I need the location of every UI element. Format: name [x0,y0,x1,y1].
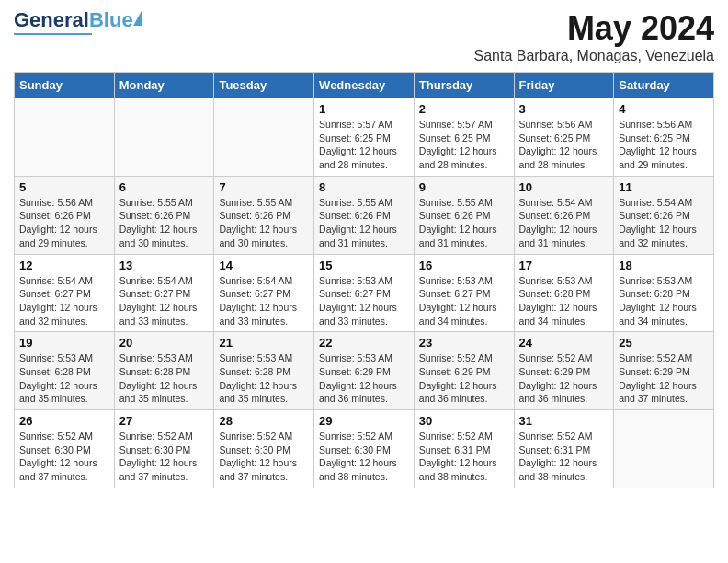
calendar-cell: 19Sunrise: 5:53 AM Sunset: 6:28 PM Dayli… [15,332,115,410]
day-info: Sunrise: 5:52 AM Sunset: 6:30 PM Dayligh… [19,430,109,484]
day-number: 3 [519,102,609,116]
day-number: 29 [319,414,409,428]
day-number: 5 [19,180,109,194]
logo-blue: Blue [89,8,133,31]
day-number: 12 [19,259,109,272]
day-number: 11 [619,180,709,194]
calendar-cell [214,98,314,177]
day-info: Sunrise: 5:54 AM Sunset: 6:27 PM Dayligh… [219,274,309,328]
day-info: Sunrise: 5:56 AM Sunset: 6:25 PM Dayligh… [619,118,709,172]
calendar-cell: 18Sunrise: 5:53 AM Sunset: 6:28 PM Dayli… [614,254,714,332]
calendar-cell: 8Sunrise: 5:55 AM Sunset: 6:26 PM Daylig… [314,176,415,254]
logo-text: GeneralBlue [14,9,133,31]
day-info: Sunrise: 5:54 AM Sunset: 6:26 PM Dayligh… [519,196,609,250]
logo: GeneralBlue [14,9,133,35]
calendar-header-row: SundayMondayTuesdayWednesdayThursdayFrid… [15,73,714,98]
day-header-tuesday: Tuesday [214,73,314,98]
calendar-cell: 11Sunrise: 5:54 AM Sunset: 6:26 PM Dayli… [614,176,714,254]
calendar-cell: 22Sunrise: 5:53 AM Sunset: 6:29 PM Dayli… [314,332,415,410]
day-number: 27 [119,414,210,428]
main-title: May 2024 [473,9,714,48]
day-info: Sunrise: 5:55 AM Sunset: 6:26 PM Dayligh… [419,196,509,250]
day-info: Sunrise: 5:53 AM Sunset: 6:29 PM Dayligh… [319,351,409,406]
day-number: 26 [19,414,109,428]
day-info: Sunrise: 5:57 AM Sunset: 6:25 PM Dayligh… [419,118,509,172]
calendar-cell: 4Sunrise: 5:56 AM Sunset: 6:25 PM Daylig… [614,98,714,177]
day-number: 24 [519,336,609,350]
day-number: 20 [119,336,210,350]
calendar-body: 1Sunrise: 5:57 AM Sunset: 6:25 PM Daylig… [15,98,714,488]
calendar-cell: 10Sunrise: 5:54 AM Sunset: 6:26 PM Dayli… [514,176,614,254]
calendar-cell: 12Sunrise: 5:54 AM Sunset: 6:27 PM Dayli… [15,254,115,332]
calendar-cell: 24Sunrise: 5:52 AM Sunset: 6:29 PM Dayli… [514,332,614,410]
day-info: Sunrise: 5:53 AM Sunset: 6:28 PM Dayligh… [19,351,109,406]
day-info: Sunrise: 5:53 AM Sunset: 6:27 PM Dayligh… [419,274,509,328]
day-info: Sunrise: 5:53 AM Sunset: 6:28 PM Dayligh… [219,351,309,406]
day-info: Sunrise: 5:52 AM Sunset: 6:29 PM Dayligh… [619,351,709,406]
logo-underline [14,33,92,35]
day-info: Sunrise: 5:55 AM Sunset: 6:26 PM Dayligh… [219,196,309,250]
calendar-cell: 29Sunrise: 5:52 AM Sunset: 6:30 PM Dayli… [314,410,415,488]
day-number: 16 [419,259,509,272]
calendar-cell: 20Sunrise: 5:53 AM Sunset: 6:28 PM Dayli… [114,332,214,410]
day-number: 10 [519,180,609,194]
day-number: 23 [419,336,509,350]
calendar-cell: 28Sunrise: 5:52 AM Sunset: 6:30 PM Dayli… [214,410,314,488]
calendar-cell: 1Sunrise: 5:57 AM Sunset: 6:25 PM Daylig… [314,98,415,177]
logo-icon [133,9,142,26]
day-info: Sunrise: 5:53 AM Sunset: 6:28 PM Dayligh… [519,274,609,328]
day-info: Sunrise: 5:57 AM Sunset: 6:25 PM Dayligh… [319,118,409,172]
day-number: 18 [619,259,709,272]
title-block: May 2024 Santa Barbara, Monagas, Venezue… [473,9,714,64]
day-number: 19 [19,336,109,350]
day-number: 13 [119,259,210,272]
day-info: Sunrise: 5:52 AM Sunset: 6:30 PM Dayligh… [319,430,409,484]
day-number: 21 [219,336,309,350]
calendar-cell: 21Sunrise: 5:53 AM Sunset: 6:28 PM Dayli… [214,332,314,410]
calendar-cell: 3Sunrise: 5:56 AM Sunset: 6:25 PM Daylig… [514,98,614,177]
day-number: 30 [419,414,509,428]
day-number: 28 [219,414,309,428]
day-info: Sunrise: 5:55 AM Sunset: 6:26 PM Dayligh… [319,196,409,250]
day-info: Sunrise: 5:54 AM Sunset: 6:27 PM Dayligh… [19,274,109,328]
day-header-saturday: Saturday [614,73,714,98]
day-info: Sunrise: 5:52 AM Sunset: 6:31 PM Dayligh… [519,430,609,484]
day-number: 2 [419,102,509,116]
day-info: Sunrise: 5:56 AM Sunset: 6:25 PM Dayligh… [519,118,609,172]
calendar-cell: 16Sunrise: 5:53 AM Sunset: 6:27 PM Dayli… [414,254,514,332]
day-header-thursday: Thursday [414,73,514,98]
day-number: 31 [519,414,609,428]
calendar-cell: 5Sunrise: 5:56 AM Sunset: 6:26 PM Daylig… [15,176,115,254]
day-number: 25 [619,336,709,350]
day-info: Sunrise: 5:56 AM Sunset: 6:26 PM Dayligh… [19,196,109,250]
calendar-cell: 6Sunrise: 5:55 AM Sunset: 6:26 PM Daylig… [114,176,214,254]
day-number: 6 [119,180,210,194]
day-number: 22 [319,336,409,350]
day-info: Sunrise: 5:54 AM Sunset: 6:27 PM Dayligh… [119,274,210,328]
page-header: GeneralBlue May 2024 Santa Barbara, Mona… [14,9,714,64]
day-info: Sunrise: 5:53 AM Sunset: 6:28 PM Dayligh… [119,351,210,406]
calendar-week-4: 19Sunrise: 5:53 AM Sunset: 6:28 PM Dayli… [15,332,714,410]
day-info: Sunrise: 5:52 AM Sunset: 6:29 PM Dayligh… [419,351,509,406]
calendar-cell: 13Sunrise: 5:54 AM Sunset: 6:27 PM Dayli… [114,254,214,332]
day-number: 8 [319,180,409,194]
calendar-week-5: 26Sunrise: 5:52 AM Sunset: 6:30 PM Dayli… [15,410,714,488]
day-header-wednesday: Wednesday [314,73,415,98]
calendar-table: SundayMondayTuesdayWednesdayThursdayFrid… [14,72,714,488]
calendar-cell: 23Sunrise: 5:52 AM Sunset: 6:29 PM Dayli… [414,332,514,410]
day-number: 9 [419,180,509,194]
calendar-cell: 14Sunrise: 5:54 AM Sunset: 6:27 PM Dayli… [214,254,314,332]
day-number: 15 [319,259,409,272]
calendar-cell: 9Sunrise: 5:55 AM Sunset: 6:26 PM Daylig… [414,176,514,254]
calendar-cell: 25Sunrise: 5:52 AM Sunset: 6:29 PM Dayli… [614,332,714,410]
day-info: Sunrise: 5:53 AM Sunset: 6:27 PM Dayligh… [319,274,409,328]
day-number: 1 [319,102,409,116]
calendar-cell: 2Sunrise: 5:57 AM Sunset: 6:25 PM Daylig… [414,98,514,177]
calendar-cell [614,410,714,488]
day-header-monday: Monday [114,73,214,98]
calendar-cell: 17Sunrise: 5:53 AM Sunset: 6:28 PM Dayli… [514,254,614,332]
calendar-week-2: 5Sunrise: 5:56 AM Sunset: 6:26 PM Daylig… [15,176,714,254]
calendar-cell: 15Sunrise: 5:53 AM Sunset: 6:27 PM Dayli… [314,254,415,332]
calendar-cell: 30Sunrise: 5:52 AM Sunset: 6:31 PM Dayli… [414,410,514,488]
calendar-cell [114,98,214,177]
